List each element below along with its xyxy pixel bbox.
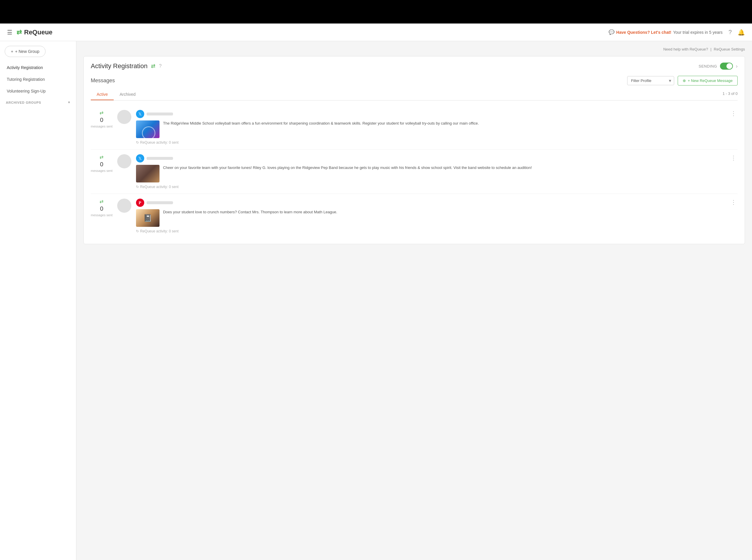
requeue-activity-3: ↻ ReQueue activity: 0 sent	[136, 229, 725, 233]
activity-icon-2: ↻	[136, 185, 139, 189]
platform-bar-2	[147, 157, 173, 160]
sidebar: + + New Group Activity Registration Tuto…	[0, 41, 76, 560]
message-count: 1 - 3 of 0	[723, 92, 738, 98]
group-card-header: Activity Registration ⇄ ? SENDING ›	[91, 62, 738, 70]
message-image-3	[136, 209, 160, 227]
group-title-section: Activity Registration ⇄ ?	[91, 62, 162, 70]
archived-groups-label: ARCHIVED GROUPS	[6, 101, 41, 104]
tabs: Active Archived	[91, 89, 142, 100]
logo-icon: ⇄	[17, 28, 22, 36]
header: ☰ ⇄ ReQueue 💬 Have Questions? Let's chat…	[0, 23, 752, 41]
message-content-3: 𝐏 Does your student love to crunch numbe…	[136, 199, 725, 233]
message-shuffle-icon-1: ⇄	[100, 110, 103, 116]
plus-circle-icon: ⊕	[683, 78, 686, 83]
sidebar-item-volunteering-signup[interactable]: Volunteering Sign-Up	[0, 85, 76, 97]
platform-bar-3	[147, 201, 173, 204]
message-count-2: 0	[100, 161, 103, 168]
group-card: Activity Registration ⇄ ? SENDING › Mess…	[83, 56, 745, 244]
activity-label-3: ReQueue activity: 0 sent	[140, 229, 179, 233]
message-item-2: ⇄ 0 messages sent 𝕏 Cheer on your favori…	[91, 149, 738, 194]
message-avatar-1	[117, 110, 131, 124]
chat-link[interactable]: 💬 Have Questions? Let's chat! Your trial…	[609, 29, 723, 35]
hamburger-icon[interactable]: ☰	[7, 29, 12, 36]
message-text-1: The RidgeView Middle School volleyball t…	[163, 120, 479, 126]
messages-header-row: Messages Filter Profile ⊕ + New ReQueue …	[91, 76, 738, 85]
message-avatar-2	[117, 154, 131, 168]
message-body-row-3: Does your student love to crunch numbers…	[136, 209, 725, 227]
message-text-3: Does your student love to crunch numbers…	[163, 209, 337, 215]
header-left: ☰ ⇄ ReQueue	[7, 28, 53, 36]
archived-groups-section[interactable]: ARCHIVED GROUPS ▾	[0, 97, 76, 108]
new-message-btn-label: + New ReQueue Message	[688, 78, 733, 83]
messages-title: Messages	[91, 78, 115, 84]
group-chevron-icon[interactable]: ›	[736, 63, 738, 69]
activity-icon-1: ↻	[136, 140, 139, 144]
main-content: Need help with ReQueue? | ReQueue Settin…	[76, 41, 752, 560]
tab-archived[interactable]: Archived	[114, 89, 141, 100]
message-sent-label-2: messages sent	[91, 169, 113, 173]
help-link[interactable]: Need help with ReQueue?	[663, 47, 708, 52]
message-options-3[interactable]: ⋮	[729, 199, 738, 206]
archived-chevron-icon: ▾	[68, 100, 70, 104]
message-shuffle-icon-2: ⇄	[100, 154, 103, 160]
sidebar-nav: Activity Registration Tutoring Registrat…	[0, 62, 76, 97]
message-text-2: Cheer on your favorite team with your fa…	[163, 165, 532, 171]
logo: ⇄ ReQueue	[17, 28, 53, 36]
message-item-3: ⇄ 0 messages sent 𝐏 Does your student lo…	[91, 194, 738, 238]
filter-profile-select[interactable]: Filter Profile	[627, 76, 674, 85]
platform-bar-1	[147, 113, 173, 116]
message-left-1: ⇄ 0 messages sent	[91, 110, 113, 128]
bell-icon[interactable]: 🔔	[738, 29, 745, 36]
top-links-separator: |	[710, 47, 711, 52]
settings-link[interactable]: ReQueue Settings	[714, 47, 745, 52]
sending-toggle[interactable]	[720, 63, 733, 69]
message-item: ⇄ 0 messages sent 𝕏 The RidgeView Middle…	[91, 105, 738, 149]
message-image-1	[136, 120, 160, 138]
message-sent-label-3: messages sent	[91, 213, 113, 217]
group-help-icon[interactable]: ?	[159, 63, 162, 69]
message-platform-row-1: 𝕏	[136, 110, 725, 118]
twitter-icon-2: 𝕏	[136, 154, 144, 162]
message-content-1: 𝕏 The RidgeView Middle School volleyball…	[136, 110, 725, 144]
tabs-row: Active Archived 1 - 3 of 0	[91, 89, 738, 100]
pinterest-icon-3: 𝐏	[136, 199, 144, 207]
app-name: ReQueue	[24, 28, 53, 36]
activity-label-1: ReQueue activity: 0 sent	[140, 140, 179, 144]
requeue-activity-1: ↻ ReQueue activity: 0 sent	[136, 140, 725, 144]
filter-wrapper: Filter Profile	[627, 76, 674, 85]
message-body-row-1: The RidgeView Middle School volleyball t…	[136, 120, 725, 138]
messages-controls: Filter Profile ⊕ + New ReQueue Message	[627, 76, 738, 85]
message-left-3: ⇄ 0 messages sent	[91, 199, 113, 217]
message-body-row-2: Cheer on your favorite team with your fa…	[136, 165, 725, 182]
message-count-1: 0	[100, 117, 103, 123]
new-group-plus-icon: +	[11, 49, 13, 54]
sending-section: SENDING ›	[698, 63, 738, 69]
new-requeue-message-button[interactable]: ⊕ + New ReQueue Message	[678, 76, 738, 85]
message-count-3: 0	[100, 205, 103, 212]
messages-section: Messages Filter Profile ⊕ + New ReQueue …	[91, 76, 738, 238]
twitter-icon-1: 𝕏	[136, 110, 144, 118]
layout: + + New Group Activity Registration Tuto…	[0, 41, 752, 560]
top-bar	[0, 0, 752, 23]
chat-text[interactable]: Have Questions? Let's chat!	[616, 30, 671, 35]
new-group-button[interactable]: + + New Group	[5, 46, 45, 57]
trial-text: Your trial expires in 5 years	[673, 30, 723, 35]
message-avatar-3	[117, 199, 131, 213]
sidebar-item-tutoring-registration[interactable]: Tutoring Registration	[0, 74, 76, 85]
message-options-2[interactable]: ⋮	[729, 154, 738, 161]
top-links: Need help with ReQueue? | ReQueue Settin…	[83, 47, 745, 52]
message-content-2: 𝕏 Cheer on your favorite team with your …	[136, 154, 725, 189]
message-platform-row-3: 𝐏	[136, 199, 725, 207]
message-options-1[interactable]: ⋮	[729, 110, 738, 117]
activity-icon-3: ↻	[136, 229, 139, 233]
tab-active[interactable]: Active	[91, 89, 114, 100]
help-icon[interactable]: ?	[729, 29, 732, 36]
sidebar-item-activity-registration[interactable]: Activity Registration	[0, 62, 76, 74]
message-image-2	[136, 165, 160, 182]
header-right: 💬 Have Questions? Let's chat! Your trial…	[609, 29, 745, 36]
message-platform-row-2: 𝕏	[136, 154, 725, 162]
chat-bubble-icon: 💬	[609, 29, 614, 35]
new-group-label: + New Group	[15, 49, 39, 54]
message-shuffle-icon-3: ⇄	[100, 199, 103, 204]
message-sent-label-1: messages sent	[91, 124, 113, 128]
